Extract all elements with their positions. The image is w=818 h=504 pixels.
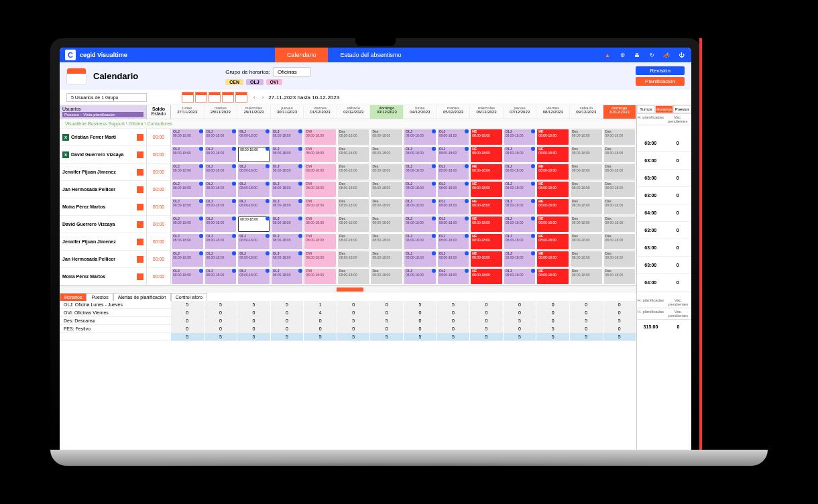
pill-ovi[interactable]: OVI — [266, 79, 282, 85]
schedule-cell[interactable]: Des08:00-18:00 — [337, 146, 371, 163]
schedule-cell[interactable]: OLJ08:00-18:00 — [237, 233, 271, 250]
schedule-cell[interactable]: OLJ08:00-18:00 — [237, 129, 271, 145]
breadcrumb[interactable]: Visualtime Business Support \ Oficina \ … — [60, 119, 636, 129]
schedule-cell[interactable]: OLJ08:00-18:00 — [237, 251, 271, 267]
schedule-cell[interactable]: OLJ08:00-18:00 — [404, 198, 437, 215]
schedule-cell[interactable]: OVI08:00-18:00 — [304, 198, 337, 215]
status-icon[interactable] — [137, 151, 143, 158]
schedule-cell[interactable]: OLJ08:00-18:00 — [504, 251, 537, 267]
status-icon[interactable] — [137, 204, 143, 210]
schedule-cell[interactable]: HE08:00-18:00 — [536, 268, 570, 285]
schedule-cell[interactable]: HE08:00-18:00 — [536, 129, 570, 145]
status-icon[interactable] — [137, 256, 143, 263]
schedule-cell[interactable]: OLJ08:00-18:00 — [237, 164, 271, 180]
employee-name[interactable]: XDavid Guerrero Vizcaya — [60, 146, 147, 163]
hdr-day[interactable]: jueves30/11/2023 — [271, 105, 304, 119]
schedule-cell[interactable]: Des08:00-18:00 — [370, 146, 404, 163]
schedule-cell[interactable]: OLJ08:00-18:00 — [171, 146, 204, 163]
power-icon[interactable]: ⏻ — [677, 50, 686, 60]
hdr-day[interactable]: martes05/12/2023 — [437, 105, 471, 119]
schedule-cell[interactable]: OLJ08:00-18:00 — [271, 233, 304, 250]
view-cal-2[interactable] — [195, 92, 207, 103]
hdr-day[interactable]: viernes08/12/2023 — [536, 105, 570, 119]
schedule-cell[interactable]: HE08:00-18:00 — [536, 198, 570, 215]
group-select[interactable]: Oficinas — [273, 67, 311, 77]
schedule-cell[interactable]: Des08:00-18:00 — [337, 198, 371, 215]
revision-button[interactable]: Revisión — [636, 66, 685, 75]
schedule-cell[interactable]: Des08:00-18:00 — [570, 233, 603, 250]
schedule-cell[interactable]: HE08:00-18:00 — [470, 268, 504, 285]
schedule-cell[interactable]: OLJ08:00-18:00 — [271, 164, 304, 180]
schedule-cell[interactable]: Des08:00-18:00 — [337, 181, 371, 198]
schedule-cell[interactable]: OLJ08:00-18:00 — [171, 216, 204, 233]
view-cal-3[interactable] — [209, 92, 221, 103]
status-icon[interactable] — [137, 169, 143, 176]
history-icon[interactable]: ↻ — [647, 50, 656, 60]
schedule-cell[interactable]: OVI08:00-18:00 — [304, 129, 337, 145]
schedule-cell[interactable]: HE08:00-18:00 — [536, 233, 570, 250]
schedule-cell[interactable]: OLJ08:00-18:00 — [504, 129, 537, 145]
schedule-cell[interactable]: OLJ08:00-18:00 — [204, 181, 238, 198]
warning-icon[interactable]: ▲ — [603, 50, 612, 60]
prev-arrow-icon[interactable]: ‹ — [251, 94, 257, 101]
schedule-cell[interactable]: OLJ08:00-18:00 — [437, 129, 471, 145]
schedule-cell[interactable]: OLJ08:00-18:00 — [204, 233, 238, 250]
bottom-tab[interactable]: Control aforo — [171, 293, 207, 301]
hdr-day[interactable]: domingo03/12/2023 — [370, 105, 404, 119]
schedule-cell[interactable]: Des08:00-18:00 — [337, 129, 371, 145]
employee-name[interactable]: Jan Hermosada Pellicer — [60, 251, 147, 267]
schedule-cell[interactable]: OLJ08:00-18:00 — [504, 198, 537, 215]
schedule-cell[interactable]: HE08:00-18:00 — [470, 181, 504, 198]
hdr-day[interactable]: sábado02/12/2023 — [337, 105, 371, 119]
employee-name[interactable]: Moira Pérez Martos — [60, 198, 147, 215]
schedule-cell[interactable]: Des08:00-18:00 — [570, 268, 603, 285]
schedule-cell[interactable]: Des08:00-18:00 — [570, 216, 603, 233]
hdr-day[interactable]: martes28/11/2023 — [204, 105, 238, 119]
nav-tab-estado[interactable]: Estado del absentismo — [328, 48, 413, 62]
schedule-cell[interactable]: HE08:00-18:00 — [536, 146, 570, 163]
schedule-cell[interactable]: OLJ08:00-18:00 — [271, 181, 304, 198]
schedule-cell[interactable]: Des08:00-18:00 — [370, 164, 404, 180]
status-icon[interactable] — [137, 134, 143, 141]
bottom-tab[interactable]: Alertas de planificación — [113, 293, 171, 301]
schedule-cell[interactable]: HE08:00-18:00 — [536, 181, 570, 198]
schedule-cell[interactable]: HE08:00-18:00 — [536, 164, 570, 180]
schedule-cell[interactable]: OLJ08:00-18:00 — [204, 216, 238, 233]
schedule-cell[interactable]: HE08:00-18:00 — [470, 233, 504, 250]
schedule-cell[interactable]: OVI08:00-18:00 — [304, 216, 337, 233]
schedule-cell[interactable]: Des08:00-18:00 — [370, 181, 404, 198]
schedule-cell[interactable]: OLJ08:00-18:00 — [504, 233, 537, 250]
schedule-cell[interactable]: OLJ08:00-18:00 — [437, 251, 471, 267]
schedule-cell[interactable]: Des08:00-18:00 — [370, 233, 404, 250]
search-input[interactable]: 5 Usuarios de 1 Grupo — [66, 93, 147, 102]
view-cal-1[interactable] — [182, 92, 194, 103]
schedule-cell[interactable]: OLJ08:00-18:00 — [504, 146, 537, 163]
schedule-cell[interactable]: OLJ08:00-18:00 — [237, 268, 271, 285]
planificacion-button[interactable]: Planificación — [636, 77, 685, 86]
schedule-cell[interactable]: Des08:00-18:00 — [370, 129, 404, 145]
schedule-cell[interactable]: OLJ08:00-18:00 — [437, 198, 471, 215]
schedule-cell[interactable]: Des08:00-18:00 — [570, 181, 603, 198]
schedule-cell[interactable]: OLJ08:00-18:00 — [504, 164, 537, 180]
schedule-cell[interactable]: OLJ08:00-18:00 — [204, 251, 238, 267]
status-icon[interactable] — [137, 186, 143, 193]
schedule-cell[interactable]: Des08:00-18:00 — [603, 216, 637, 233]
schedule-cell[interactable]: OLJ08:00-18:00 — [404, 181, 437, 198]
employee-name[interactable]: Jennifer Pijuan Jimenez — [60, 233, 147, 250]
schedule-cell[interactable]: HE08:00-18:00 — [470, 251, 504, 267]
schedule-cell[interactable]: Des08:00-18:00 — [570, 164, 603, 180]
schedule-cell[interactable]: Des08:00-18:00 — [370, 216, 404, 233]
schedule-cell[interactable]: OLJ08:00-18:00 — [237, 181, 271, 198]
schedule-cell[interactable]: Des08:00-18:00 — [570, 129, 603, 145]
schedule-cell[interactable]: OLJ08:00-18:00 — [437, 233, 471, 250]
schedule-cell[interactable]: OLJ08:00-18:00 — [171, 181, 204, 198]
schedule-cell[interactable]: HE08:00-18:00 — [470, 146, 504, 163]
hdr-day[interactable]: viernes01/12/2023 — [304, 105, 337, 119]
excel-icon[interactable]: X — [62, 134, 69, 141]
employee-name[interactable]: David Guerrero Vizcaya — [60, 216, 147, 233]
schedule-cell[interactable]: OLJ08:00-18:00 — [271, 216, 304, 233]
schedule-cell[interactable]: OLJ08:00-18:00 — [271, 129, 304, 145]
hdr-day[interactable]: lunes27/11/2023 — [171, 105, 204, 119]
schedule-cell[interactable]: OLJ08:00-18:00 — [437, 268, 471, 285]
pill-olj[interactable]: OLJ — [246, 79, 264, 85]
